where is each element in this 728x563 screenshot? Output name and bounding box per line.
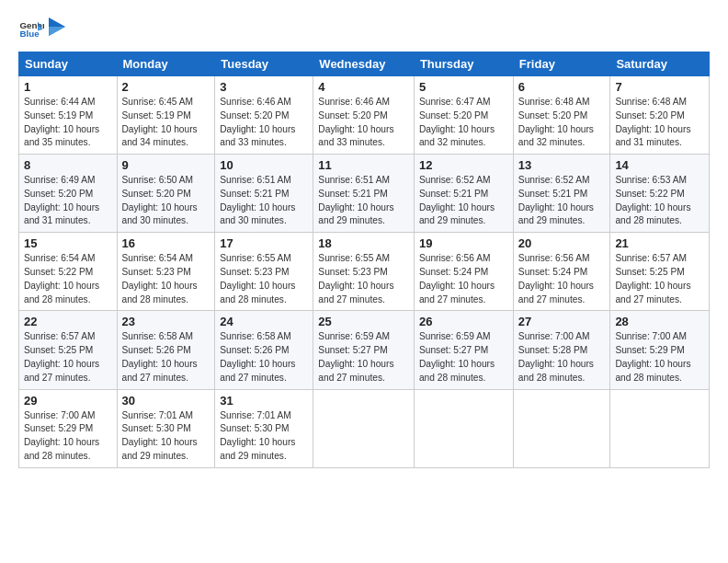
calendar-cell: 31Sunrise: 7:01 AM Sunset: 5:30 PM Dayli… (215, 389, 313, 467)
calendar-cell: 19Sunrise: 6:56 AM Sunset: 5:24 PM Dayli… (414, 233, 513, 311)
day-info: Sunrise: 6:50 AM Sunset: 5:20 PM Dayligh… (122, 174, 210, 228)
day-info: Sunrise: 6:44 AM Sunset: 5:19 PM Dayligh… (24, 96, 112, 150)
calendar-cell: 4Sunrise: 6:46 AM Sunset: 5:20 PM Daylig… (313, 76, 415, 155)
calendar-cell: 27Sunrise: 7:00 AM Sunset: 5:28 PM Dayli… (513, 311, 610, 389)
day-number: 24 (220, 315, 308, 328)
day-info: Sunrise: 6:59 AM Sunset: 5:27 PM Dayligh… (318, 330, 409, 385)
calendar-cell: 9Sunrise: 6:50 AM Sunset: 5:20 PM Daylig… (117, 155, 215, 233)
day-number: 16 (122, 236, 210, 250)
calendar-cell: 11Sunrise: 6:51 AM Sunset: 5:21 PM Dayli… (313, 155, 415, 233)
day-info: Sunrise: 6:57 AM Sunset: 5:25 PM Dayligh… (615, 252, 704, 306)
day-number: 4 (318, 80, 409, 94)
day-info: Sunrise: 6:58 AM Sunset: 5:26 PM Dayligh… (122, 330, 210, 385)
header: General Blue (18, 17, 710, 42)
calendar-weekday-sunday: Sunday (19, 52, 118, 76)
calendar-week-row: 29Sunrise: 7:00 AM Sunset: 5:29 PM Dayli… (19, 389, 710, 467)
day-number: 29 (24, 394, 112, 408)
day-info: Sunrise: 7:01 AM Sunset: 5:30 PM Dayligh… (220, 409, 308, 464)
calendar-cell: 30Sunrise: 7:01 AM Sunset: 5:30 PM Dayli… (117, 389, 215, 467)
calendar-cell: 22Sunrise: 6:57 AM Sunset: 5:25 PM Dayli… (19, 311, 118, 389)
calendar-cell: 12Sunrise: 6:52 AM Sunset: 5:21 PM Dayli… (414, 155, 513, 233)
day-info: Sunrise: 7:00 AM Sunset: 5:29 PM Dayligh… (615, 330, 704, 385)
day-info: Sunrise: 6:59 AM Sunset: 5:27 PM Dayligh… (419, 330, 508, 385)
calendar-cell (513, 389, 610, 467)
logo-arrow-icon (49, 14, 65, 40)
calendar-cell: 16Sunrise: 6:54 AM Sunset: 5:23 PM Dayli… (117, 233, 215, 311)
day-info: Sunrise: 7:01 AM Sunset: 5:30 PM Dayligh… (122, 409, 210, 464)
day-info: Sunrise: 6:56 AM Sunset: 5:24 PM Dayligh… (419, 252, 508, 306)
day-info: Sunrise: 6:47 AM Sunset: 5:20 PM Dayligh… (419, 96, 508, 150)
day-number: 10 (220, 158, 308, 172)
day-info: Sunrise: 6:55 AM Sunset: 5:23 PM Dayligh… (220, 252, 308, 306)
calendar-cell: 26Sunrise: 6:59 AM Sunset: 5:27 PM Dayli… (414, 311, 513, 389)
day-info: Sunrise: 6:49 AM Sunset: 5:20 PM Dayligh… (24, 174, 112, 228)
calendar-cell: 10Sunrise: 6:51 AM Sunset: 5:21 PM Dayli… (215, 155, 313, 233)
calendar-week-row: 1Sunrise: 6:44 AM Sunset: 5:19 PM Daylig… (19, 76, 710, 155)
day-number: 1 (24, 80, 112, 94)
day-info: Sunrise: 7:00 AM Sunset: 5:29 PM Dayligh… (24, 409, 112, 464)
calendar-cell: 15Sunrise: 6:54 AM Sunset: 5:22 PM Dayli… (19, 233, 118, 311)
day-info: Sunrise: 6:55 AM Sunset: 5:23 PM Dayligh… (318, 252, 409, 306)
calendar-cell (313, 389, 415, 467)
day-number: 14 (615, 158, 704, 172)
day-number: 7 (615, 80, 704, 94)
calendar-cell: 24Sunrise: 6:58 AM Sunset: 5:26 PM Dayli… (215, 311, 313, 389)
day-number: 17 (220, 236, 308, 250)
calendar-cell: 8Sunrise: 6:49 AM Sunset: 5:20 PM Daylig… (19, 155, 118, 233)
calendar-cell: 18Sunrise: 6:55 AM Sunset: 5:23 PM Dayli… (313, 233, 415, 311)
day-number: 12 (419, 158, 508, 172)
logo-icon: General Blue (18, 17, 44, 42)
day-number: 26 (419, 315, 508, 328)
day-info: Sunrise: 6:57 AM Sunset: 5:25 PM Dayligh… (24, 330, 112, 385)
day-number: 2 (122, 80, 210, 94)
day-info: Sunrise: 6:48 AM Sunset: 5:20 PM Dayligh… (518, 96, 606, 150)
calendar-cell: 21Sunrise: 6:57 AM Sunset: 5:25 PM Dayli… (610, 233, 710, 311)
calendar-table: SundayMondayTuesdayWednesdayThursdayFrid… (18, 52, 710, 468)
calendar-cell: 17Sunrise: 6:55 AM Sunset: 5:23 PM Dayli… (215, 233, 313, 311)
svg-marker-5 (49, 27, 65, 36)
day-number: 25 (318, 315, 409, 328)
day-number: 21 (615, 236, 704, 250)
day-info: Sunrise: 6:58 AM Sunset: 5:26 PM Dayligh… (220, 330, 308, 385)
day-number: 8 (24, 158, 112, 172)
calendar-cell: 28Sunrise: 7:00 AM Sunset: 5:29 PM Dayli… (610, 311, 710, 389)
day-number: 13 (518, 158, 606, 172)
day-number: 27 (518, 315, 606, 328)
calendar-cell: 1Sunrise: 6:44 AM Sunset: 5:19 PM Daylig… (19, 76, 118, 155)
calendar-week-row: 15Sunrise: 6:54 AM Sunset: 5:22 PM Dayli… (19, 233, 710, 311)
svg-text:Blue: Blue (19, 29, 40, 39)
logo: General Blue (18, 17, 65, 42)
calendar-weekday-wednesday: Wednesday (313, 52, 415, 76)
calendar-cell: 5Sunrise: 6:47 AM Sunset: 5:20 PM Daylig… (414, 76, 513, 155)
day-number: 15 (24, 236, 112, 250)
day-info: Sunrise: 6:53 AM Sunset: 5:22 PM Dayligh… (615, 174, 704, 228)
day-info: Sunrise: 6:52 AM Sunset: 5:21 PM Dayligh… (518, 174, 606, 228)
calendar-cell: 3Sunrise: 6:46 AM Sunset: 5:20 PM Daylig… (215, 76, 313, 155)
calendar-cell: 13Sunrise: 6:52 AM Sunset: 5:21 PM Dayli… (513, 155, 610, 233)
day-info: Sunrise: 6:54 AM Sunset: 5:23 PM Dayligh… (122, 252, 210, 306)
day-number: 19 (419, 236, 508, 250)
calendar-week-row: 22Sunrise: 6:57 AM Sunset: 5:25 PM Dayli… (19, 311, 710, 389)
calendar-week-row: 8Sunrise: 6:49 AM Sunset: 5:20 PM Daylig… (19, 155, 710, 233)
calendar-weekday-thursday: Thursday (414, 52, 513, 76)
day-number: 23 (122, 315, 210, 328)
day-number: 3 (220, 80, 308, 94)
day-info: Sunrise: 7:00 AM Sunset: 5:28 PM Dayligh… (518, 330, 606, 385)
calendar-cell: 14Sunrise: 6:53 AM Sunset: 5:22 PM Dayli… (610, 155, 710, 233)
calendar-cell: 25Sunrise: 6:59 AM Sunset: 5:27 PM Dayli… (313, 311, 415, 389)
day-info: Sunrise: 6:46 AM Sunset: 5:20 PM Dayligh… (318, 96, 409, 150)
calendar-header-row: SundayMondayTuesdayWednesdayThursdayFrid… (19, 52, 710, 76)
day-number: 6 (518, 80, 606, 94)
calendar-cell: 2Sunrise: 6:45 AM Sunset: 5:19 PM Daylig… (117, 76, 215, 155)
calendar-weekday-saturday: Saturday (610, 52, 710, 76)
calendar-cell (610, 389, 710, 467)
day-info: Sunrise: 6:45 AM Sunset: 5:19 PM Dayligh… (122, 96, 210, 150)
day-number: 28 (615, 315, 704, 328)
calendar-cell: 20Sunrise: 6:56 AM Sunset: 5:24 PM Dayli… (513, 233, 610, 311)
day-number: 31 (220, 394, 308, 408)
calendar-weekday-friday: Friday (513, 52, 610, 76)
calendar-cell: 23Sunrise: 6:58 AM Sunset: 5:26 PM Dayli… (117, 311, 215, 389)
day-number: 18 (318, 236, 409, 250)
calendar-weekday-tuesday: Tuesday (215, 52, 313, 76)
day-info: Sunrise: 6:51 AM Sunset: 5:21 PM Dayligh… (220, 174, 308, 228)
